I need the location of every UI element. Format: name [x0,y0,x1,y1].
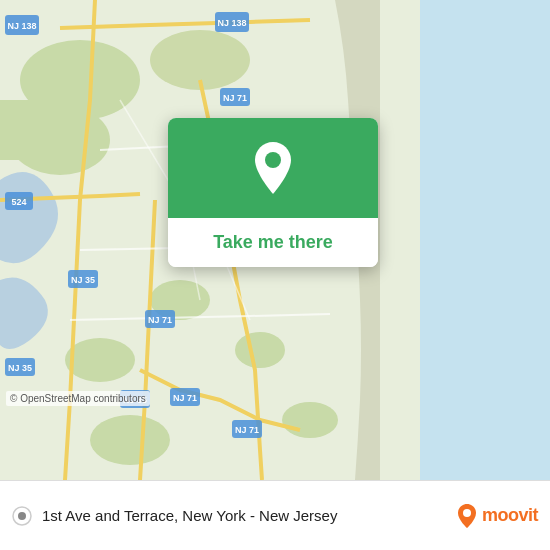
svg-point-8 [235,332,285,368]
moovit-pin-icon [456,503,478,529]
location-pin-icon [249,140,297,196]
take-me-there-button[interactable]: Take me there [168,218,378,267]
location-label: 1st Ave and Terrace, New York - New Jers… [42,507,456,524]
svg-point-32 [265,152,281,168]
bottom-bar: 1st Ave and Terrace, New York - New Jers… [0,480,550,550]
svg-text:524: 524 [11,197,26,207]
location-dot-icon [12,506,32,526]
svg-text:NJ 138: NJ 138 [217,18,246,28]
svg-text:NJ 35: NJ 35 [71,275,95,285]
svg-point-9 [65,338,135,382]
moovit-brand-text: moovit [482,505,538,526]
svg-rect-1 [400,0,550,480]
svg-rect-5 [0,100,90,160]
map-attribution: © OpenStreetMap contributors [6,391,150,406]
popup-header [168,118,378,218]
map-view[interactable]: NJ 138 NJ 138 NJ 71 NJ 35 NJ 35 NJ 35 NJ… [0,0,550,480]
svg-point-10 [282,402,338,438]
svg-text:NJ 71: NJ 71 [223,93,247,103]
svg-point-11 [90,415,170,465]
svg-point-35 [463,509,471,517]
moovit-logo: moovit [456,503,538,529]
svg-text:NJ 35: NJ 35 [8,363,32,373]
svg-text:NJ 71: NJ 71 [148,315,172,325]
location-icon-wrap [12,506,32,526]
popup-card: Take me there [168,118,378,267]
svg-text:NJ 71: NJ 71 [173,393,197,403]
svg-text:NJ 138: NJ 138 [7,21,36,31]
svg-text:NJ 71: NJ 71 [235,425,259,435]
svg-point-34 [18,512,26,520]
